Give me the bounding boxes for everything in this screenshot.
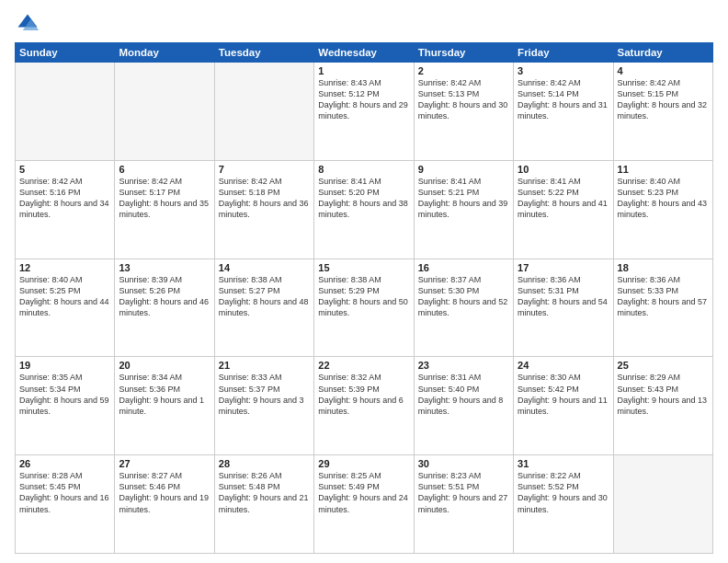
day-info: Sunrise: 8:23 AM Sunset: 5:51 PM Dayligh…: [418, 470, 509, 515]
day-cell: 30Sunrise: 8:23 AM Sunset: 5:51 PM Dayli…: [414, 455, 513, 554]
day-info: Sunrise: 8:22 AM Sunset: 5:52 PM Dayligh…: [518, 470, 609, 515]
day-number: 24: [518, 360, 609, 371]
calendar: SundayMondayTuesdayWednesdayThursdayFrid…: [15, 42, 713, 554]
day-info: Sunrise: 8:35 AM Sunset: 5:34 PM Dayligh…: [19, 372, 110, 417]
day-number: 22: [318, 360, 409, 371]
day-info: Sunrise: 8:30 AM Sunset: 5:42 PM Dayligh…: [518, 372, 609, 417]
day-number: 17: [518, 262, 609, 273]
day-number: 31: [518, 458, 609, 469]
day-number: 7: [219, 164, 310, 175]
day-number: 26: [19, 458, 110, 469]
day-cell: [115, 63, 214, 161]
day-info: Sunrise: 8:33 AM Sunset: 5:37 PM Dayligh…: [219, 372, 310, 417]
header: [15, 11, 713, 37]
day-header: Thursday: [414, 43, 513, 63]
day-header: Sunday: [16, 43, 115, 63]
day-cell: 3Sunrise: 8:42 AM Sunset: 5:14 PM Daylig…: [514, 63, 613, 161]
day-cell: 15Sunrise: 8:38 AM Sunset: 5:29 PM Dayli…: [314, 259, 414, 357]
day-info: Sunrise: 8:41 AM Sunset: 5:22 PM Dayligh…: [518, 176, 609, 221]
day-number: 30: [418, 458, 509, 469]
day-number: 13: [119, 262, 210, 273]
day-info: Sunrise: 8:42 AM Sunset: 5:17 PM Dayligh…: [119, 176, 210, 221]
page: SundayMondayTuesdayWednesdayThursdayFrid…: [0, 0, 728, 563]
day-cell: [214, 63, 313, 161]
day-cell: 13Sunrise: 8:39 AM Sunset: 5:26 PM Dayli…: [115, 259, 214, 357]
day-number: 19: [19, 360, 110, 371]
day-cell: 21Sunrise: 8:33 AM Sunset: 5:37 PM Dayli…: [214, 357, 313, 455]
day-info: Sunrise: 8:25 AM Sunset: 5:49 PM Dayligh…: [318, 470, 409, 515]
day-cell: 27Sunrise: 8:27 AM Sunset: 5:46 PM Dayli…: [115, 455, 214, 554]
day-cell: 22Sunrise: 8:32 AM Sunset: 5:39 PM Dayli…: [314, 357, 414, 455]
day-info: Sunrise: 8:42 AM Sunset: 5:18 PM Dayligh…: [219, 176, 310, 221]
day-info: Sunrise: 8:29 AM Sunset: 5:43 PM Dayligh…: [618, 372, 709, 417]
day-number: 10: [518, 164, 609, 175]
day-info: Sunrise: 8:42 AM Sunset: 5:13 PM Dayligh…: [418, 77, 509, 122]
week-row: 26Sunrise: 8:28 AM Sunset: 5:45 PM Dayli…: [16, 455, 713, 554]
day-info: Sunrise: 8:43 AM Sunset: 5:12 PM Dayligh…: [318, 77, 409, 122]
day-info: Sunrise: 8:42 AM Sunset: 5:14 PM Dayligh…: [518, 77, 609, 122]
day-number: 27: [119, 458, 210, 469]
day-number: 23: [418, 360, 509, 371]
day-cell: 23Sunrise: 8:31 AM Sunset: 5:40 PM Dayli…: [414, 357, 513, 455]
day-info: Sunrise: 8:39 AM Sunset: 5:26 PM Dayligh…: [119, 274, 210, 319]
day-info: Sunrise: 8:40 AM Sunset: 5:25 PM Dayligh…: [19, 274, 110, 319]
day-cell: 11Sunrise: 8:40 AM Sunset: 5:23 PM Dayli…: [613, 160, 712, 259]
day-cell: 7Sunrise: 8:42 AM Sunset: 5:18 PM Daylig…: [214, 160, 313, 259]
day-cell: 6Sunrise: 8:42 AM Sunset: 5:17 PM Daylig…: [115, 160, 214, 259]
logo: [15, 11, 42, 37]
day-header: Tuesday: [214, 43, 313, 63]
day-number: 4: [618, 65, 709, 76]
day-cell: 5Sunrise: 8:42 AM Sunset: 5:16 PM Daylig…: [16, 160, 115, 259]
day-number: 29: [318, 458, 409, 469]
day-number: 14: [219, 262, 310, 273]
day-cell: [613, 455, 712, 554]
day-cell: 9Sunrise: 8:41 AM Sunset: 5:21 PM Daylig…: [414, 160, 513, 259]
day-cell: 16Sunrise: 8:37 AM Sunset: 5:30 PM Dayli…: [414, 259, 513, 357]
day-info: Sunrise: 8:41 AM Sunset: 5:21 PM Dayligh…: [418, 176, 509, 221]
day-cell: 8Sunrise: 8:41 AM Sunset: 5:20 PM Daylig…: [314, 160, 414, 259]
day-number: 8: [318, 164, 409, 175]
day-number: 21: [219, 360, 310, 371]
week-row: 1Sunrise: 8:43 AM Sunset: 5:12 PM Daylig…: [16, 63, 713, 161]
day-cell: 18Sunrise: 8:36 AM Sunset: 5:33 PM Dayli…: [613, 259, 712, 357]
day-info: Sunrise: 8:37 AM Sunset: 5:30 PM Dayligh…: [418, 274, 509, 319]
day-cell: 1Sunrise: 8:43 AM Sunset: 5:12 PM Daylig…: [314, 63, 414, 161]
day-number: 6: [119, 164, 210, 175]
day-number: 28: [219, 458, 310, 469]
day-info: Sunrise: 8:36 AM Sunset: 5:33 PM Dayligh…: [618, 274, 709, 319]
day-number: 18: [618, 262, 709, 273]
day-info: Sunrise: 8:32 AM Sunset: 5:39 PM Dayligh…: [318, 372, 409, 417]
day-number: 20: [119, 360, 210, 371]
day-info: Sunrise: 8:38 AM Sunset: 5:27 PM Dayligh…: [219, 274, 310, 319]
day-info: Sunrise: 8:36 AM Sunset: 5:31 PM Dayligh…: [518, 274, 609, 319]
day-number: 16: [418, 262, 509, 273]
day-info: Sunrise: 8:34 AM Sunset: 5:36 PM Dayligh…: [119, 372, 210, 417]
week-row: 5Sunrise: 8:42 AM Sunset: 5:16 PM Daylig…: [16, 160, 713, 259]
day-cell: 10Sunrise: 8:41 AM Sunset: 5:22 PM Dayli…: [514, 160, 613, 259]
day-info: Sunrise: 8:27 AM Sunset: 5:46 PM Dayligh…: [119, 470, 210, 515]
day-cell: 20Sunrise: 8:34 AM Sunset: 5:36 PM Dayli…: [115, 357, 214, 455]
day-info: Sunrise: 8:42 AM Sunset: 5:15 PM Dayligh…: [618, 77, 709, 122]
day-number: 2: [418, 65, 509, 76]
day-header: Monday: [115, 43, 214, 63]
day-number: 9: [418, 164, 509, 175]
day-header: Saturday: [613, 43, 712, 63]
header-row: SundayMondayTuesdayWednesdayThursdayFrid…: [16, 43, 713, 63]
day-cell: 12Sunrise: 8:40 AM Sunset: 5:25 PM Dayli…: [16, 259, 115, 357]
day-cell: 17Sunrise: 8:36 AM Sunset: 5:31 PM Dayli…: [514, 259, 613, 357]
day-info: Sunrise: 8:28 AM Sunset: 5:45 PM Dayligh…: [19, 470, 110, 515]
day-header: Friday: [514, 43, 613, 63]
day-cell: 24Sunrise: 8:30 AM Sunset: 5:42 PM Dayli…: [514, 357, 613, 455]
week-row: 19Sunrise: 8:35 AM Sunset: 5:34 PM Dayli…: [16, 357, 713, 455]
day-info: Sunrise: 8:31 AM Sunset: 5:40 PM Dayligh…: [418, 372, 509, 417]
day-cell: 29Sunrise: 8:25 AM Sunset: 5:49 PM Dayli…: [314, 455, 414, 554]
week-row: 12Sunrise: 8:40 AM Sunset: 5:25 PM Dayli…: [16, 259, 713, 357]
day-cell: [16, 63, 115, 161]
logo-icon: [15, 11, 40, 37]
day-info: Sunrise: 8:41 AM Sunset: 5:20 PM Dayligh…: [318, 176, 409, 221]
day-number: 25: [618, 360, 709, 371]
day-cell: 4Sunrise: 8:42 AM Sunset: 5:15 PM Daylig…: [613, 63, 712, 161]
day-number: 15: [318, 262, 409, 273]
day-info: Sunrise: 8:26 AM Sunset: 5:48 PM Dayligh…: [219, 470, 310, 515]
day-number: 3: [518, 65, 609, 76]
